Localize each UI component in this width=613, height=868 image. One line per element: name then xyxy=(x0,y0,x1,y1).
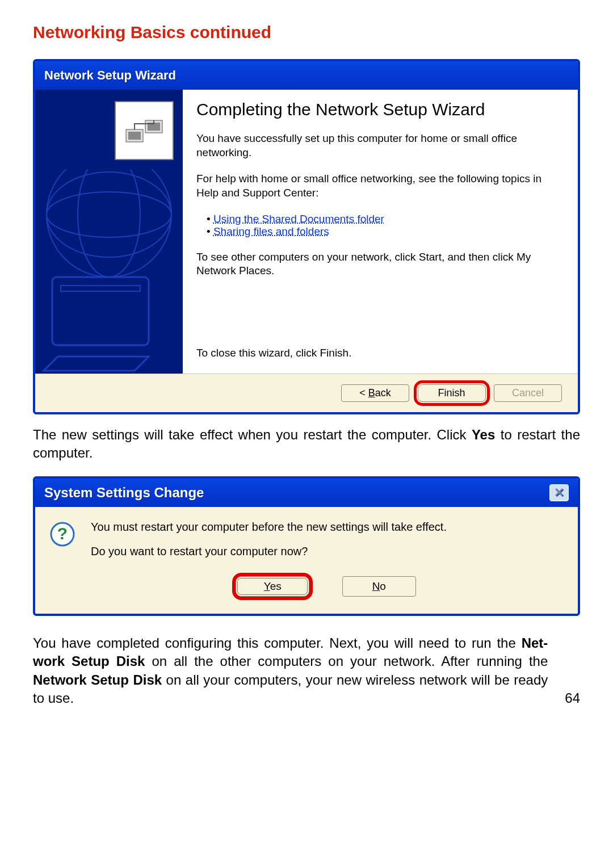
finish-button[interactable]: Finish xyxy=(418,384,486,402)
wizard-help-links: Using the Shared Documents folder Sharin… xyxy=(196,213,562,238)
svg-text:?: ? xyxy=(57,524,68,543)
link-sharing-files[interactable]: Sharing files and folders xyxy=(213,225,329,237)
no-button[interactable]: No xyxy=(342,576,416,597)
dialog-content: You must restart your computer before th… xyxy=(91,521,561,597)
svg-point-6 xyxy=(78,169,140,277)
instruction-restart: The new settings will take effect when y… xyxy=(33,426,580,463)
close-icon[interactable]: ✕ xyxy=(549,484,569,501)
wizard-close-instruction: To close this wizard, click Finish. xyxy=(196,346,562,360)
svg-point-5 xyxy=(47,192,171,237)
page-title: Networking Basics continued xyxy=(33,23,580,42)
dialog-window: System Settings Change ✕ ? You must rest… xyxy=(33,476,580,616)
wizard-left-pane xyxy=(35,90,183,374)
svg-point-7 xyxy=(47,172,171,257)
back-button[interactable]: < Back xyxy=(341,384,409,402)
dialog-message-1: You must restart your computer before th… xyxy=(91,521,561,534)
dialog-buttons: Yes No xyxy=(91,576,561,597)
yes-button[interactable]: Yes xyxy=(236,576,309,597)
svg-rect-9 xyxy=(61,286,140,291)
page-number: 64 xyxy=(548,690,580,707)
wizard-bg-art xyxy=(35,169,183,374)
wizard-success-text: You have successfully set up this comput… xyxy=(196,132,562,160)
svg-rect-8 xyxy=(52,277,149,345)
wizard-footer: < Back Finish Cancel xyxy=(35,374,578,412)
cancel-button: Cancel xyxy=(494,384,562,402)
wizard-title-bar: Network Setup Wizard xyxy=(35,61,578,90)
svg-rect-1 xyxy=(128,132,141,140)
instruction-complete: You have completed configuring this comp… xyxy=(33,634,548,708)
network-icon xyxy=(115,101,174,160)
question-icon: ? xyxy=(49,521,76,548)
svg-point-4 xyxy=(47,169,171,277)
dialog-message-2: Do you want to restart your computer now… xyxy=(91,545,561,558)
wizard-window: Network Setup Wizard xyxy=(33,59,580,414)
wizard-heading: Completing the Network Setup Wizard xyxy=(196,100,562,119)
wizard-help-text: For help with home or small office netwo… xyxy=(196,172,562,200)
wizard-content: Completing the Network Setup Wizard You … xyxy=(183,90,578,374)
dialog-title-bar: System Settings Change ✕ xyxy=(35,479,578,507)
wizard-network-places-text: To see other computers on your network, … xyxy=(196,250,562,278)
link-shared-documents[interactable]: Using the Shared Documents folder xyxy=(213,213,384,225)
dialog-title-text: System Settings Change xyxy=(44,485,204,501)
